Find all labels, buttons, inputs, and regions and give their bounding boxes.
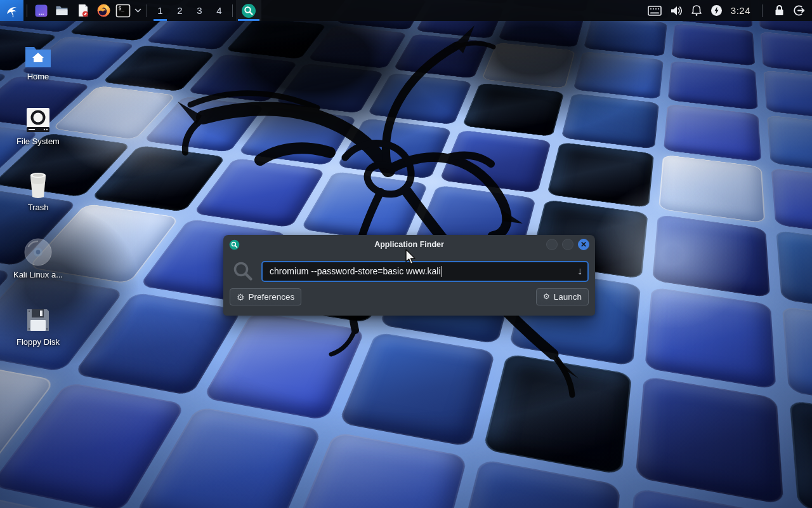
workspace-label: 2 (177, 5, 182, 16)
panel-separator (147, 4, 147, 17)
cube-tile (393, 34, 489, 78)
cube-tile (789, 399, 812, 508)
notifications-indicator[interactable] (691, 4, 702, 17)
volume-indicator[interactable] (670, 5, 683, 17)
desktop-icon-kali-cd[interactable]: Kali Linux a... (8, 235, 69, 279)
keyboard-indicator[interactable] (648, 6, 662, 16)
file-manager-launcher[interactable] (51, 0, 72, 21)
workspace-2-button[interactable]: 2 (170, 0, 190, 21)
preferences-button[interactable]: ⚙ Preferences (230, 288, 301, 305)
cube-tile (482, 353, 632, 475)
maximize-button[interactable] (562, 239, 573, 250)
close-button[interactable]: ✕ (578, 239, 589, 250)
desktop-icon-label: Home (27, 72, 49, 81)
cube-tile (645, 287, 776, 389)
panel-separator (27, 4, 27, 17)
search-icon (232, 260, 254, 282)
panel-left-section: $_ 1 2 3 4 (0, 0, 261, 21)
logout-button[interactable] (793, 4, 806, 17)
dashboard-icon (34, 4, 48, 18)
application-finder-window-icon (229, 239, 240, 250)
dropdown-arrow-icon[interactable]: ↓ (572, 266, 582, 276)
cube-tile (462, 83, 564, 137)
cube-tile (776, 231, 812, 318)
launch-button[interactable]: ⚙ Launch (536, 288, 589, 305)
panel-separator (232, 4, 233, 17)
cd-disc-icon (23, 237, 53, 267)
home-folder-icon (23, 44, 53, 69)
dialog-button-row: ⚙ Preferences ⚙ Launch (223, 286, 595, 305)
trash-can-icon (24, 170, 52, 199)
workspace-label: 1 (157, 5, 162, 16)
window-controls: ✕ (546, 239, 589, 250)
panel-clock[interactable]: 3:24 (731, 5, 750, 16)
close-icon: ✕ (580, 241, 587, 248)
cube-tile (672, 23, 755, 66)
text-editor-icon (76, 3, 90, 18)
power-bolt-icon (710, 4, 723, 17)
titlebar[interactable]: Application Finder ✕ (223, 235, 595, 254)
desktop-icon-label: Trash (28, 203, 49, 212)
cube-tile (338, 332, 495, 448)
firefox-icon (96, 3, 111, 18)
desktop-icon-label: File System (16, 137, 60, 146)
minimize-button[interactable] (546, 239, 558, 250)
power-manager-indicator[interactable] (710, 4, 723, 17)
cube-tile (583, 15, 667, 57)
command-input[interactable]: chromium --password-store=basic www.kali… (261, 261, 589, 282)
cube-tile (336, 118, 452, 179)
cube-tile (668, 60, 758, 110)
workspace-label: 4 (216, 5, 221, 16)
cube-tile (547, 142, 655, 208)
cube-tile (573, 51, 664, 99)
terminal-launcher[interactable]: $_ (114, 0, 132, 21)
cube-tile (771, 168, 812, 239)
hard-drive-icon (25, 107, 51, 133)
preferences-button-label: Preferences (249, 292, 295, 302)
search-row: chromium --password-store=basic www.kali… (223, 254, 595, 286)
launch-button-label: Launch (554, 292, 582, 302)
keyboard-icon (648, 6, 662, 16)
application-finder-window: Application Finder ✕ chromium --password… (223, 235, 595, 316)
cube-tile (664, 104, 761, 162)
cube-tile (763, 70, 812, 122)
top-panel: $_ 1 2 3 4 (0, 0, 812, 21)
workspace-label: 3 (197, 5, 202, 16)
workspace-1-button[interactable]: 1 (150, 0, 170, 21)
text-caret (442, 266, 442, 277)
desktop-icon-home[interactable]: Home (8, 37, 69, 81)
cube-tile (782, 306, 812, 414)
gear-icon: ⚙ (237, 293, 245, 302)
window-title: Application Finder (223, 240, 595, 249)
applications-menu-button[interactable] (0, 0, 23, 21)
terminal-icon: $_ (115, 4, 131, 18)
panel-separator (762, 4, 763, 17)
desktop-icon-trash[interactable]: Trash (8, 168, 69, 212)
desktop-icon-file-system[interactable]: File System (8, 102, 69, 146)
folder-icon (55, 3, 69, 18)
chevron-down-icon (134, 8, 141, 13)
svg-text:$_: $_ (119, 6, 125, 11)
desktop-icon-label: Floppy Disk (16, 337, 60, 347)
application-finder-icon (241, 3, 256, 18)
workspace-4-button[interactable]: 4 (209, 0, 229, 21)
floppy-disk-icon (24, 306, 52, 334)
desktop-icon-floppy-disk[interactable]: Floppy Disk (8, 302, 69, 347)
dashboard-launcher[interactable] (30, 0, 51, 21)
cube-tile (439, 130, 551, 193)
cube-tile (481, 43, 575, 89)
kali-logo-icon (4, 3, 20, 18)
lock-icon (774, 4, 785, 17)
terminal-dropdown-button[interactable] (132, 0, 143, 21)
speaker-icon (670, 5, 683, 17)
application-finder-taskbar-button[interactable] (236, 0, 261, 21)
text-editor-launcher[interactable] (72, 0, 93, 21)
workspace-3-button[interactable]: 3 (190, 0, 209, 21)
cube-tile (652, 215, 769, 298)
cube-tile (367, 73, 472, 125)
cube-tile (300, 171, 428, 244)
firefox-launcher[interactable] (93, 0, 114, 21)
cube-tile (308, 25, 407, 69)
lock-screen-button[interactable] (774, 4, 785, 17)
cube-tile (561, 93, 659, 149)
